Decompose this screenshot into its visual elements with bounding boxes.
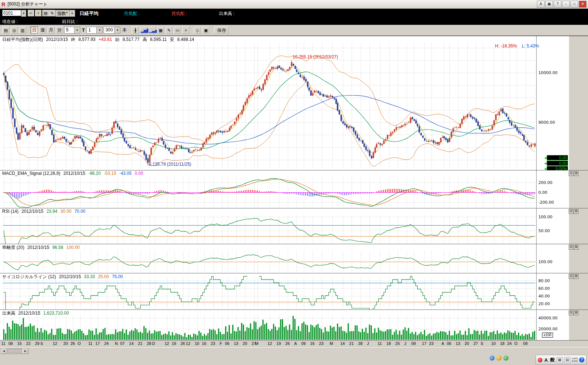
period-month-button[interactable]: 月 bbox=[47, 27, 55, 34]
horizontal-scrollbar[interactable]: ◀ ▶ bbox=[1, 348, 28, 354]
save-button[interactable]: 保存 bbox=[214, 27, 229, 34]
volume-unit-badge: x100 bbox=[542, 333, 553, 338]
period-minute-button[interactable]: 分 bbox=[56, 27, 63, 34]
ime-conversion-mode-button[interactable]: 般 bbox=[550, 357, 555, 363]
x-axis-label: 24 bbox=[104, 341, 109, 346]
quote-box-3: 0.00% bbox=[547, 166, 568, 170]
x-axis: 1108152229S122026O111724N07142128D121926… bbox=[0, 341, 588, 347]
ime-help-icon[interactable]: ? bbox=[579, 357, 584, 362]
x-axis-label: S bbox=[40, 341, 43, 346]
x-axis-label: 12 bbox=[53, 341, 57, 346]
delete-drawing-icon[interactable]: × bbox=[182, 27, 189, 34]
macd-panel: MACD_EMA_Signal (12,26,9) 2012/10/15 -96… bbox=[0, 170, 588, 208]
x-axis-label: 26 bbox=[181, 341, 185, 346]
grid-icon[interactable]: ▦ bbox=[157, 27, 164, 34]
rsi-value: 23.94 bbox=[46, 209, 57, 214]
category-select[interactable]: 指数* ▼ bbox=[55, 10, 75, 17]
tick-mode-button[interactable]: T bbox=[81, 28, 85, 33]
edit-icon[interactable]: ✎ bbox=[49, 10, 55, 16]
bar-chart-icon[interactable]: ▂▅▇ bbox=[140, 27, 147, 34]
kairi-date: 2012/10/15 bbox=[27, 245, 49, 250]
macd-chart-canvas[interactable] bbox=[0, 170, 569, 208]
panel-maximize-button[interactable]: ⊠ bbox=[574, 209, 579, 214]
minimize-button[interactable]: ▫ bbox=[562, 1, 570, 8]
panel-minimize-button[interactable]: ⊟ bbox=[569, 311, 573, 315]
x-axis-label: 19 bbox=[172, 341, 176, 346]
x-axis-label: 08 bbox=[8, 341, 13, 346]
x-axis-label: 19 bbox=[276, 341, 281, 346]
close-value: 8,577.93 bbox=[78, 37, 96, 42]
code-dropdown-icon[interactable]: ▼ bbox=[21, 10, 26, 17]
ime-locale-icon[interactable] bbox=[538, 358, 542, 362]
stock-code-input[interactable] bbox=[2, 10, 21, 16]
tray-icon[interactable] bbox=[490, 356, 495, 361]
panel-maximize-button[interactable]: ⊠ bbox=[574, 274, 579, 279]
help-button[interactable]: ? bbox=[554, 1, 561, 8]
bars-unit-label: 本 bbox=[121, 27, 127, 33]
tray-icon[interactable] bbox=[496, 356, 502, 361]
scrollbar-thumb[interactable] bbox=[7, 349, 22, 353]
x-axis-label: S bbox=[480, 341, 483, 346]
bottom-bar: ◀ ▶ A 般 ▦ ▤ CAPS KANA ? bbox=[0, 347, 588, 365]
new-page-icon[interactable]: ▥ bbox=[19, 27, 26, 34]
panel-minimize-button[interactable]: ⊟ bbox=[569, 171, 573, 176]
kairi-chart-canvas[interactable] bbox=[0, 244, 569, 273]
panel-maximize-button[interactable]: ⊠ bbox=[574, 245, 579, 250]
eraser-icon[interactable]: ▭ bbox=[174, 27, 181, 34]
x-axis-label: D bbox=[152, 341, 155, 346]
panel-maximize-button[interactable]: ⊠ bbox=[574, 171, 579, 176]
panel-minimize-button[interactable]: ⊟ bbox=[569, 209, 573, 214]
minute-interval-select[interactable]: 5 ▼ bbox=[64, 27, 80, 34]
chevron-down-icon: ▼ bbox=[74, 27, 80, 33]
x-axis-label: 06 bbox=[225, 341, 229, 346]
tick-interval-select[interactable]: 1 ▼ bbox=[86, 27, 102, 34]
tray-icon[interactable] bbox=[503, 356, 508, 361]
x-axis-label: 26 bbox=[70, 341, 75, 346]
indicator-chart-icon[interactable]: ▁▃▅ bbox=[148, 27, 156, 34]
zoom-icon[interactable]: ◎ bbox=[11, 27, 18, 34]
rsi-title: RSI (14) bbox=[2, 209, 19, 214]
macd-value: -96.20 bbox=[88, 171, 101, 176]
x-axis-label: 28 bbox=[358, 341, 363, 346]
enter-code-icon[interactable]: ↵ bbox=[28, 10, 34, 16]
key-icon[interactable]: ✦ bbox=[35, 10, 42, 16]
x-axis-label: J bbox=[404, 341, 406, 346]
volume-date: 2012/10/15 bbox=[18, 311, 40, 316]
draw-line-icon[interactable]: ✎ bbox=[165, 27, 173, 34]
panel-minimize-button[interactable]: ⊟ bbox=[569, 245, 573, 250]
copy-window-icon[interactable]: ▣ bbox=[545, 1, 553, 8]
x-axis-label: 21 bbox=[349, 341, 353, 346]
low-value: 8,488.14 bbox=[177, 37, 194, 42]
restore-button[interactable]: □ bbox=[570, 1, 578, 8]
kairi-panel: 乖離度 (20) 2012/10/15 96.58 100.00 ⊟⊠ bbox=[0, 244, 588, 273]
volume-chart-canvas[interactable] bbox=[0, 310, 569, 341]
close-button[interactable]: × bbox=[579, 1, 587, 8]
copy-page-icon[interactable]: ▣ bbox=[202, 27, 209, 34]
price-panel-header: 日経平均(指数)(日間) 2012/10/15 終 8,577.93 +43.8… bbox=[2, 36, 196, 43]
ime-tools-icon[interactable]: ▦ bbox=[557, 357, 563, 363]
scroll-right-icon[interactable]: ▶ bbox=[23, 349, 28, 354]
ime-pad-icon[interactable]: ▤ bbox=[564, 357, 570, 363]
peak-annotation: 10,255.15 (2012/03/27) bbox=[293, 54, 338, 59]
price-chart-canvas[interactable] bbox=[0, 36, 569, 170]
font-size-button[interactable]: A bbox=[537, 1, 545, 8]
minute-interval-value: 5 bbox=[65, 27, 74, 33]
price-title: 日経平均(指数)(日間) bbox=[2, 37, 43, 42]
ime-input-mode-button[interactable]: A bbox=[544, 357, 548, 363]
layout-icon[interactable]: ◇ bbox=[194, 27, 201, 34]
open-label: 始 bbox=[115, 37, 120, 42]
panel-minimize-button[interactable]: ⊟ bbox=[569, 274, 573, 279]
candlestick-chart-icon[interactable]: ╂ bbox=[132, 27, 139, 34]
x-axis-label: 07 bbox=[120, 341, 125, 346]
panel-maximize-button[interactable]: ⊠ bbox=[574, 311, 579, 315]
rsi-panel: RSI (14) 2012/10/15 23.94 30.00 70.00 ⊟⊠ bbox=[0, 208, 588, 244]
period-week-button[interactable]: 週 bbox=[39, 27, 46, 34]
app-logo-icon: R bbox=[1, 1, 5, 7]
buy-quote-label: 買気配 : bbox=[171, 11, 187, 17]
bar-count-select[interactable]: 300 ▼ bbox=[104, 27, 120, 34]
period-day-button[interactable]: 日 bbox=[31, 27, 38, 34]
print-icon[interactable]: ▤ bbox=[2, 27, 9, 34]
low-percent: L: 5.43% bbox=[522, 43, 539, 49]
scroll-left-icon[interactable]: ◀ bbox=[1, 349, 7, 354]
memo-icon[interactable]: ▤ bbox=[42, 10, 49, 16]
